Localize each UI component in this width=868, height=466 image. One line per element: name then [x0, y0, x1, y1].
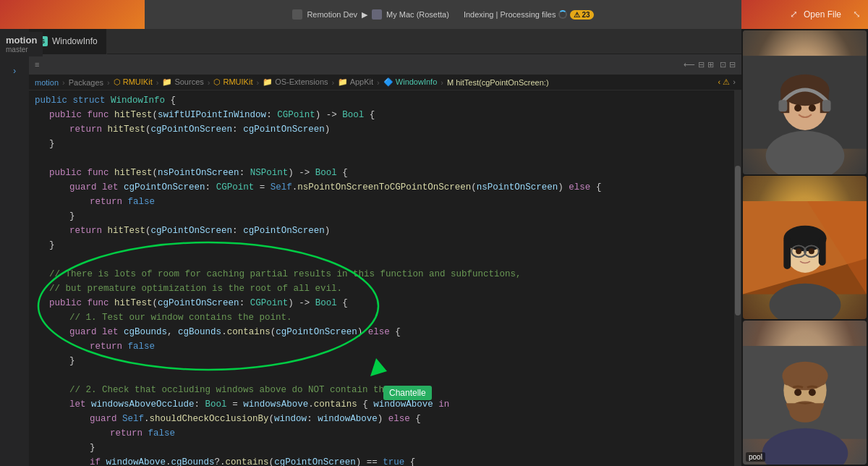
status-area: Indexing | Processing files ⚠ 23	[464, 10, 594, 20]
video-feeds-container: pool	[741, 29, 868, 466]
title-bar-icon5[interactable]: ⊡	[720, 60, 726, 69]
svg-rect-28	[819, 375, 826, 386]
title-bar-icon2[interactable]: ⟵	[684, 60, 695, 69]
breadcrumb-os[interactable]: 📁 OS-Extensions	[263, 77, 328, 87]
code-line: return hitTest(cgPointOnScreen: cgPointO…	[29, 224, 741, 238]
open-file-label[interactable]: Open File	[804, 9, 841, 20]
right-video-panel: pool	[741, 0, 868, 466]
participant-avatar-3	[743, 321, 867, 465]
window-header: Remotion Dev ▶ My Mac (Rosetta) Indexing…	[0, 0, 868, 29]
code-line: guard let cgPointOnScreen: CGPoint = Sel…	[29, 180, 741, 195]
scheme-selector[interactable]: Remotion Dev ▶ My Mac (Rosetta)	[292, 9, 449, 20]
code-line: // 1. Test our window contains the point…	[29, 310, 741, 325]
app-title: motion	[6, 35, 37, 46]
svg-point-22	[809, 248, 814, 254]
code-line: guard let cgBounds, cgBounds.contains(cg…	[29, 325, 741, 339]
tab-bar: S WindowInfo	[29, 29, 741, 54]
xcode-center-header: Remotion Dev ▶ My Mac (Rosetta) Indexing…	[145, 0, 741, 29]
xcode-left-header	[0, 0, 145, 29]
participant-video-3: pool	[743, 321, 867, 465]
sidebar-nav-icon[interactable]: ›	[4, 62, 25, 82]
scrollbar-thumb[interactable]	[735, 166, 741, 316]
tab-label: WindowInfo	[52, 36, 98, 46]
breadcrumb-arrow[interactable]: ›	[733, 77, 736, 87]
breadcrumb-sources[interactable]: 📁 Sources	[162, 77, 203, 87]
breadcrumb-hittest[interactable]: M hitTest(cgPointOnScreen:)	[447, 78, 549, 87]
svg-point-8	[794, 104, 801, 111]
breadcrumb: motion › Packages › ⬡ RMUIKit › 📁 Source…	[29, 75, 741, 90]
fullscreen-icon[interactable]: ⤡	[853, 9, 861, 20]
code-line: // but premature optimization is the roo…	[29, 281, 741, 296]
svg-rect-7	[822, 100, 831, 111]
svg-point-29	[789, 402, 820, 423]
breadcrumb-packages[interactable]: Packages	[69, 78, 103, 87]
title-bar: ≡ ⟵ ⊟ ⊞ ⊡ ⊟	[29, 54, 741, 75]
participant-3-label: pool	[746, 452, 765, 462]
participant-video-2	[743, 176, 867, 320]
code-line: public func hitTest(swiftUIPointInWindow…	[29, 108, 741, 122]
title-bar-icon4[interactable]: ⊞	[707, 60, 714, 69]
code-line	[29, 253, 741, 267]
video-feed-2	[743, 176, 867, 320]
spinner-icon	[558, 10, 567, 19]
breadcrumb-windowinfo[interactable]: 🔷 WindowInfo	[383, 77, 438, 87]
video-feed-1	[743, 30, 867, 174]
code-line: }	[29, 354, 741, 368]
code-line: return hitTest(cgPointOnScreen: cgPointO…	[29, 122, 741, 137]
left-sidebar: motion master ›	[0, 0, 29, 466]
participant-video-1	[743, 30, 867, 174]
code-content: public struct WindowInfo { public func h…	[29, 93, 741, 466]
scheme-label: Remotion Dev	[307, 10, 357, 19]
code-line: return false	[29, 195, 741, 209]
svg-point-31	[809, 389, 816, 397]
svg-point-30	[794, 389, 801, 397]
code-line: }	[29, 209, 741, 224]
editor-area: S WindowInfo ≡ ⟵ ⊟ ⊞ ⊡ ⊟ motion › Packag…	[29, 0, 741, 466]
code-line: if windowAbove.cgBounds?.contains(cgPoin…	[29, 455, 741, 466]
video-feed-3: pool	[743, 321, 867, 465]
mac-icon	[372, 9, 382, 20]
breadcrumb-appkit[interactable]: 📁 AppKit	[338, 77, 373, 87]
code-line: return false	[29, 339, 741, 354]
xcode-right-header: ⤢ Open File ⤡	[741, 0, 868, 29]
title-bar-icon6[interactable]: ⊟	[729, 60, 736, 69]
app-subtitle: master	[6, 46, 37, 54]
svg-point-21	[796, 248, 801, 254]
code-line: guard Self.shouldCheckOcclusionBy(window…	[29, 412, 741, 426]
warning-chevron[interactable]: ‹ ⚠	[718, 77, 731, 87]
title-bar-right: ⟵ ⊟ ⊞ ⊡ ⊟	[684, 60, 736, 69]
title-bar-icon3[interactable]: ⊟	[698, 60, 705, 69]
participant-avatar-2	[743, 176, 867, 320]
warning-count: 23	[582, 11, 590, 19]
svg-rect-27	[783, 375, 791, 386]
destination-label: My Mac (Rosetta)	[386, 10, 449, 19]
code-area[interactable]: public struct WindowInfo { public func h…	[29, 90, 741, 466]
breadcrumb-rmui[interactable]: ⬡ RMUIKit	[114, 77, 153, 87]
status-label: Indexing | Processing files	[464, 10, 556, 19]
code-line	[29, 368, 741, 383]
code-line	[29, 151, 741, 166]
motion-logo: motion master	[0, 32, 43, 56]
code-line: public struct WindowInfo {	[29, 93, 741, 108]
code-line: }	[29, 137, 741, 151]
scheme-icon	[292, 9, 302, 20]
warning-icon: ⚠	[574, 11, 580, 19]
scrollbar[interactable]	[734, 90, 741, 466]
svg-rect-6	[778, 100, 787, 111]
title-bar-icon1[interactable]: ≡	[35, 60, 39, 69]
svg-rect-16	[783, 237, 791, 268]
code-line: return false	[29, 426, 741, 441]
breadcrumb-rmuikit2[interactable]: ⬡ RMUIKit	[213, 77, 252, 87]
code-line: // There is lots of room for caching par…	[29, 267, 741, 281]
breadcrumb-right: ‹ ⚠ ›	[718, 77, 736, 87]
breadcrumb-motion[interactable]: motion	[35, 78, 59, 87]
code-line: }	[29, 238, 741, 253]
arrow-icon: ▶	[362, 10, 367, 20]
warning-badge[interactable]: ⚠ 23	[570, 10, 593, 20]
code-line: public func hitTest(nsPointOnScreen: NSP…	[29, 166, 741, 180]
code-line: // 2. Check that occluding windows above…	[29, 383, 741, 397]
code-line: public func hitTest(cgPointOnScreen: CGP…	[29, 296, 741, 310]
svg-rect-17	[819, 237, 826, 266]
svg-point-9	[809, 104, 816, 111]
main-container: Remotion Dev ▶ My Mac (Rosetta) Indexing…	[0, 0, 868, 466]
